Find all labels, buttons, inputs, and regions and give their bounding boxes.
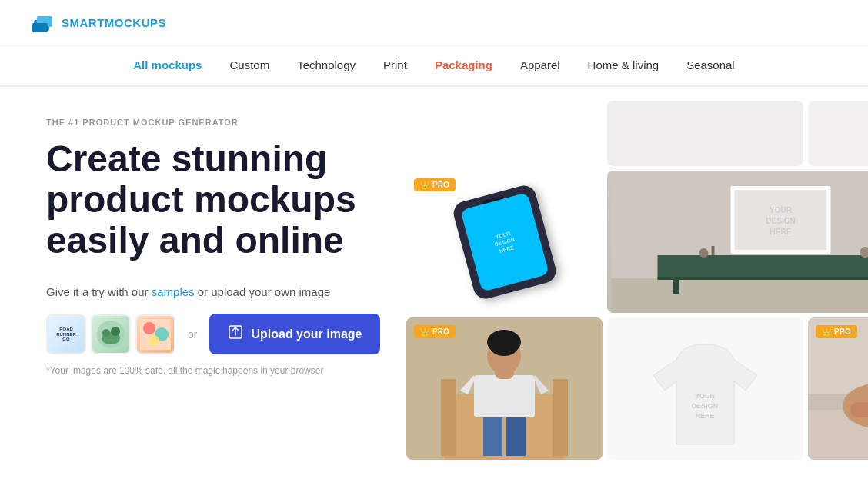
- sample-thumb-1[interactable]: ROADRUNNERGO: [46, 314, 86, 354]
- svg-text:DESIGN: DESIGN: [692, 402, 719, 410]
- nav-item-seasonal[interactable]: Seasonal: [686, 58, 735, 73]
- phone-screen-text: YOURDESIGNHERE: [492, 229, 517, 254]
- tagline: THE #1 PRODUCT MOCKUP GENERATOR: [46, 118, 369, 127]
- pro-badge-phone: 👑 PRO: [414, 178, 456, 191]
- sample-thumb-3[interactable]: [135, 314, 175, 354]
- header: SMARTMOCKUPS: [0, 0, 868, 46]
- svg-point-8: [143, 322, 155, 334]
- svg-point-5: [102, 329, 110, 337]
- logo-area[interactable]: SMARTMOCKUPS: [31, 11, 166, 35]
- nav-item-custom[interactable]: Custom: [229, 58, 269, 73]
- svg-text:HERE: HERE: [695, 412, 714, 420]
- nav-item-print[interactable]: Print: [383, 58, 407, 73]
- pro-badge-partial: 👑 PRO: [816, 325, 857, 338]
- hero-title-line1: Create stunning: [46, 138, 327, 179]
- main-nav: All mockups Custom Technology Print Pack…: [0, 46, 868, 87]
- person-svg: [406, 317, 603, 460]
- svg-rect-30: [553, 379, 568, 456]
- svg-text:HERE: HERE: [770, 228, 792, 236]
- nav-item-all-mockups[interactable]: All mockups: [133, 58, 202, 73]
- thumb-2-icon: [95, 319, 126, 350]
- upload-row: ROADRUNNERGO: [46, 314, 369, 354]
- logo-text: SMARTMOCKUPS: [62, 16, 166, 29]
- partial-svg: [808, 317, 868, 460]
- svg-text:DESIGN: DESIGN: [766, 217, 795, 225]
- upload-button-label: Upload your image: [251, 327, 362, 341]
- phone-body: YOURDESIGNHERE: [451, 182, 559, 301]
- room-svg: YOUR DESIGN HERE: [607, 171, 868, 313]
- svg-text:YOUR: YOUR: [695, 392, 716, 400]
- svg-point-6: [111, 327, 120, 336]
- crown-icon-2: 👑: [420, 327, 429, 336]
- svg-point-10: [149, 335, 159, 346]
- tshirt-svg: YOUR DESIGN HERE: [607, 317, 803, 460]
- svg-rect-2: [32, 23, 48, 32]
- phone-container: YOURDESIGNHERE: [451, 182, 559, 301]
- right-panel: 👑 PRO YOURDESIGNHERE: [400, 87, 868, 502]
- logo-icon: [31, 11, 55, 35]
- left-panel: THE #1 PRODUCT MOCKUP GENERATOR Create s…: [0, 87, 400, 502]
- upload-icon: [228, 324, 243, 344]
- sample-thumb-2[interactable]: [91, 314, 131, 354]
- partial-mockup-card[interactable]: 👑 PRO: [808, 317, 868, 460]
- hero-title: Create stunning product mockups easily a…: [46, 139, 369, 261]
- main-content: THE #1 PRODUCT MOCKUP GENERATOR Create s…: [0, 87, 868, 502]
- tshirt-mockup-card[interactable]: YOUR DESIGN HERE: [607, 317, 803, 460]
- phone-mockup-card[interactable]: 👑 PRO YOURDESIGNHERE: [406, 171, 603, 313]
- nav-item-technology[interactable]: Technology: [297, 58, 356, 73]
- svg-rect-29: [441, 379, 456, 456]
- nav-item-apparel[interactable]: Apparel: [520, 58, 560, 73]
- nav-item-home-living[interactable]: Home & living: [588, 58, 659, 73]
- sample-thumbnails: ROADRUNNERGO: [46, 314, 175, 354]
- crown-icon: 👑: [420, 181, 429, 189]
- top-card-2: [808, 101, 868, 166]
- svg-rect-15: [658, 255, 869, 278]
- svg-rect-33: [474, 375, 535, 417]
- svg-rect-25: [712, 246, 715, 255]
- crown-icon-3: 👑: [822, 327, 831, 336]
- poster-mockup-card[interactable]: YOUR DESIGN HERE: [607, 171, 868, 313]
- svg-rect-16: [658, 277, 869, 280]
- poster-room: YOUR DESIGN HERE: [607, 171, 868, 313]
- samples-link[interactable]: samples: [152, 285, 195, 298]
- svg-rect-14: [612, 278, 869, 313]
- hero-title-line2: product mockups: [46, 179, 356, 220]
- svg-rect-17: [673, 278, 679, 294]
- spacer-1: [406, 93, 603, 166]
- or-label: or: [188, 328, 197, 341]
- safety-text: *Your images are 100% safe, all the magi…: [46, 365, 369, 376]
- svg-rect-48: [850, 402, 868, 417]
- top-card-1: [607, 101, 803, 166]
- svg-point-39: [490, 337, 518, 356]
- person-mockup-card[interactable]: 👑 PRO: [406, 317, 603, 460]
- svg-point-24: [699, 248, 709, 258]
- cta-description: Give it a try with our samples or upload…: [46, 285, 369, 298]
- nav-item-packaging[interactable]: Packaging: [435, 58, 492, 73]
- upload-button[interactable]: Upload your image: [209, 314, 380, 354]
- thumb-3-icon: [140, 319, 171, 350]
- hero-title-line3: easily and online: [46, 220, 344, 261]
- pro-badge-person: 👑 PRO: [414, 325, 456, 338]
- phone-screen: YOURDESIGNHERE: [460, 192, 549, 292]
- svg-text:YOUR: YOUR: [770, 206, 793, 214]
